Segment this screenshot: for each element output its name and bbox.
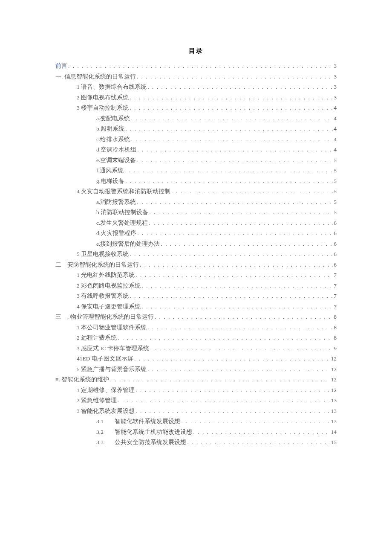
toc-label-text: 3 感应式 IC 卡停车管理系统 — [77, 345, 149, 352]
toc-label-text: e.接到报警后的处理办法 — [96, 241, 160, 247]
toc-leader-dots — [137, 155, 333, 166]
toc-page-number: 6 — [334, 228, 337, 239]
toc-label: f.通风系统 — [96, 166, 124, 176]
toc-label: 2 彩色闭路电视监控系统 — [77, 281, 141, 291]
toc-leader-dots — [130, 291, 333, 302]
toc-entry: 2 图像电视布线系统 3 — [55, 93, 337, 103]
toc-label: b.照明系统 — [96, 124, 124, 134]
toc-label-text: 1 语音、数据综合布线系统 — [77, 84, 147, 90]
toc-entry: 4 火灾自动报警系统和消防联动控制 5 — [55, 186, 337, 197]
toc-entry: b.消防联动控制设备 5 — [55, 207, 337, 218]
toc-leader-dots — [161, 239, 333, 250]
toc-label: a.消防报警系统 — [96, 197, 136, 208]
toc-leader-dots — [181, 416, 330, 427]
toc-leader-dots — [150, 343, 333, 354]
toc-label-text: 1 本公司物业管理软件系统 — [77, 324, 147, 331]
toc-label: 3 楼宇自动控制系统 — [77, 103, 129, 113]
toc-leader-dots — [187, 437, 330, 448]
toc-label: d.火灾报警程序 — [96, 228, 136, 239]
toc-page-number: 8 — [334, 323, 337, 333]
toc-label: e.空调末端设备 — [96, 155, 136, 166]
toc-page-number: 12 — [331, 385, 337, 396]
toc-page-number: 14 — [331, 427, 337, 438]
toc-label-text: 公共安全防范系统发展设想 — [115, 439, 186, 445]
toc-label-text: b.消防联动控制设备 — [96, 209, 148, 215]
toc-label: c.给排水系统 — [96, 134, 130, 145]
toc-label-text: 一. 信息智能化系统的日常运行 — [55, 73, 136, 80]
toc-entry: a.变配电系统 4 — [55, 113, 337, 124]
toc-label: 3.1 智能化软件系统发展设想 — [96, 416, 180, 427]
toc-leader-dots — [125, 176, 333, 187]
toc-page-number: 12 — [331, 375, 337, 385]
toc-page-number: 4 — [334, 113, 337, 124]
toc-label: 4 火灾自动报警系统和消防联动控制 — [77, 186, 170, 197]
toc-page-number: 12 — [331, 354, 337, 364]
toc-label-text: 41ED 电子图文展示屏 — [77, 355, 133, 362]
toc-page-number: 15 — [331, 437, 337, 448]
toc-leader-dots — [130, 249, 333, 260]
toc-page-number: 13 — [331, 406, 337, 417]
toc-entry: 3 楼宇自动控制系统 4 — [55, 103, 337, 113]
toc-entry: c.给排水系统 4 — [55, 134, 337, 145]
toc-page-number: 8 — [334, 333, 337, 343]
toc-entry: 3.3 公共安全防范系统发展设想 15 — [55, 437, 337, 448]
toc-label: 2 图像电视布线系统 — [77, 93, 129, 103]
toc-entry: 1 语音、数据综合布线系统 3 — [55, 82, 337, 93]
toc-label-text: 智能化系统主机功能改进设想 — [115, 429, 192, 435]
toc-label: e.接到报警后的处理办法 — [96, 239, 160, 250]
toc-leader-dots — [137, 197, 333, 208]
toc-page-number: 7 — [334, 281, 337, 291]
toc-label: d.空调冷水机组 — [96, 145, 136, 155]
toc-label-text: 2 图像电视布线系统 — [77, 94, 129, 101]
toc-label-text: 1 光电红外线防范系统 — [77, 272, 135, 278]
toc-leader-dots — [147, 323, 333, 333]
toc-label: g.电梯设备 — [96, 176, 124, 187]
toc-entry: a.消防报警系统 5 — [55, 197, 337, 208]
toc-entry: 1 光电红外线防范系统 7 — [55, 270, 337, 281]
toc-leader-dots — [147, 364, 330, 375]
toc-leader-dots — [130, 93, 333, 103]
toc-leader-dots — [149, 207, 333, 218]
toc-label: 三 . 物业管理智能化系统的日常运行 — [55, 312, 154, 323]
toc-entry: 1 本公司物业管理软件系统 8 — [55, 323, 337, 333]
toc-label-text: 4 保安电子巡更管理系统 — [77, 303, 141, 310]
toc-label: 2 远程计费系统 — [77, 333, 117, 343]
toc-page-number: 5 — [334, 166, 337, 176]
toc-entry: ≡. 智能化系统的维护 12 — [55, 375, 337, 385]
toc-entry: 3.2 智能化系统主机功能改进设想 14 — [55, 427, 337, 438]
toc-label-text: a.消防报警系统 — [96, 199, 136, 205]
toc-label-text: 2 彩色闭路电视监控系统 — [77, 282, 141, 289]
toc-leader-dots — [135, 406, 330, 417]
toc-entry: d.火灾报警程序 6 — [55, 228, 337, 239]
toc-label-text: d.空调冷水机组 — [96, 146, 136, 153]
toc-label-text: 5 卫星电视接收系统 — [77, 251, 129, 257]
toc-label: 1 定期维修、保养管理 — [77, 385, 135, 396]
toc-label: 二 安防智能化系统的日常运行 — [55, 260, 139, 270]
toc-entry: e.空调末端设备 5 — [55, 155, 337, 166]
toc-label-text: 三 . 物业管理智能化系统的日常运行 — [55, 314, 154, 320]
toc-entry: 二 安防智能化系统的日常运行 6 — [55, 260, 337, 270]
toc-number: 3.1 — [96, 416, 113, 427]
toc-page-number: 3 — [334, 93, 337, 103]
toc-entry: b.照明系统 4 — [55, 124, 337, 134]
toc-entry: g.电梯设备 5 — [55, 176, 337, 187]
toc-page-number: 6 — [334, 260, 337, 270]
toc-label-text: 1 定期维修、保养管理 — [77, 387, 135, 393]
toc-label: b.消防联动控制设备 — [96, 207, 148, 218]
toc-leader-dots — [68, 61, 333, 72]
toc-page-number: 6 — [334, 239, 337, 250]
toc-label: 41ED 电子图文展示屏 — [77, 354, 133, 364]
toc-label-text: 4 火灾自动报警系统和消防联动控制 — [77, 188, 170, 195]
toc-page-number: 7 — [334, 302, 337, 312]
toc-entry: 2 远程计费系统 8 — [55, 333, 337, 343]
toc-entry: c.发生火警处理规程 6 — [55, 218, 337, 229]
toc-label: a.变配电系统 — [96, 113, 130, 124]
toc-leader-dots — [147, 82, 333, 93]
toc-leader-dots — [125, 124, 333, 134]
toc-label: 3 有线呼救报警系统 — [77, 291, 129, 302]
toc-leader-dots — [130, 103, 333, 113]
toc-entry: e.接到报警后的处理办法 6 — [55, 239, 337, 250]
toc-leader-dots — [155, 312, 333, 323]
toc-leader-dots — [110, 375, 330, 385]
toc-entry: d.空调冷水机组 4 — [55, 145, 337, 155]
